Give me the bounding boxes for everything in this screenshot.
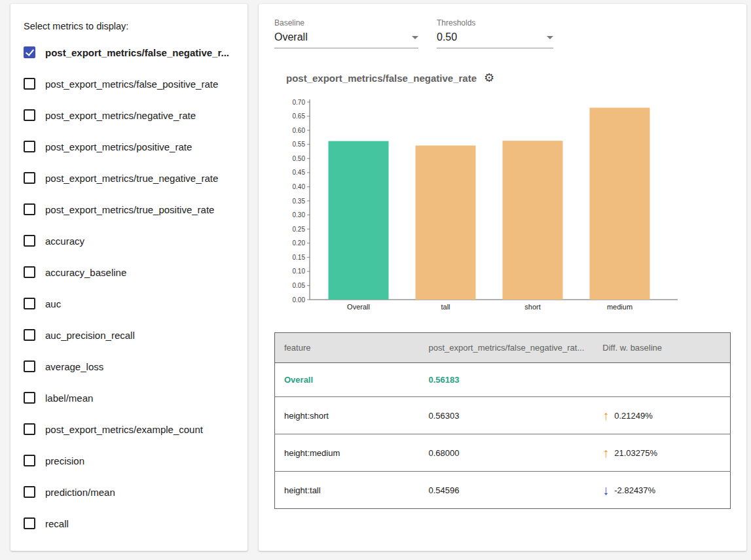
svg-text:0.70: 0.70 (293, 99, 306, 106)
thresholds-value: 0.50 (437, 31, 457, 43)
diff-value: 21.03275% (614, 448, 657, 458)
baseline-field: Baseline Overall (274, 18, 418, 48)
checkbox-icon[interactable] (24, 392, 35, 404)
checkbox-icon[interactable] (24, 109, 35, 121)
checkbox-icon[interactable] (24, 203, 35, 215)
svg-text:0.05: 0.05 (293, 282, 306, 289)
svg-text:0.65: 0.65 (293, 113, 306, 120)
metric-item-13[interactable]: precision (22, 445, 236, 476)
checkbox-icon[interactable] (24, 455, 35, 466)
up-arrow-icon: ↑ (602, 446, 609, 459)
metric-item-11[interactable]: label/mean (22, 382, 236, 413)
chart-wrap: 0.000.050.100.150.200.250.300.350.400.45… (278, 93, 731, 327)
checkbox-checked-icon[interactable] (24, 46, 35, 58)
bar-medium (590, 108, 650, 300)
metric-item-8[interactable]: auc (22, 288, 236, 319)
metric-item-10[interactable]: average_loss (22, 351, 236, 382)
metric-label: post_export_metrics/false_negative_r... (45, 47, 229, 58)
diff-cell: ↑0.21249% (593, 397, 730, 434)
metric-label: accuracy (45, 236, 84, 247)
checkbox-icon[interactable] (24, 423, 35, 435)
metric-item-0[interactable]: post_export_metrics/false_negative_r... (22, 37, 236, 68)
metric-label: post_export_metrics/negative_rate (45, 110, 196, 121)
svg-text:0.25: 0.25 (293, 226, 306, 233)
svg-text:0.60: 0.60 (293, 127, 306, 134)
value-cell: 0.68000 (420, 434, 594, 472)
chevron-down-icon (412, 36, 418, 39)
bar-overall (329, 141, 389, 300)
diff-value: -2.82437% (614, 485, 655, 495)
svg-text:0.50: 0.50 (293, 155, 306, 162)
bar-short (503, 141, 563, 300)
diff-cell: ↑21.03275% (593, 434, 730, 472)
metric-item-15[interactable]: recall (22, 508, 236, 539)
metric-item-12[interactable]: post_export_metrics/example_count (22, 413, 236, 445)
table-row: height:short0.56303↑0.21249% (275, 397, 731, 434)
x-tick-label: medium (607, 303, 632, 311)
metric-label: label/mean (45, 393, 93, 404)
x-tick-label: short (524, 303, 540, 311)
svg-text:0.10: 0.10 (293, 268, 306, 275)
metric-label: accuracy_baseline (45, 267, 126, 278)
chart-header: post_export_metrics/false_negative_rate … (286, 72, 731, 84)
metrics-list: post_export_metrics/false_negative_r...p… (22, 37, 236, 539)
baseline-label: Baseline (274, 18, 418, 27)
checkbox-icon[interactable] (24, 486, 35, 498)
diff-value: 0.21249% (614, 411, 653, 421)
controls-row: Baseline Overall Thresholds 0.50 (274, 18, 731, 48)
metric-item-4[interactable]: post_export_metrics/true_negative_rate (22, 162, 236, 194)
checkbox-icon[interactable] (24, 235, 35, 247)
table-header-row: featurepost_export_metrics/false_negativ… (275, 333, 731, 363)
bar-tall (416, 145, 476, 300)
checkbox-icon[interactable] (24, 517, 35, 529)
checkbox-icon[interactable] (24, 329, 35, 341)
checkbox-icon[interactable] (24, 298, 35, 309)
metric-label: precision (45, 455, 84, 466)
thresholds-field: Thresholds 0.50 (437, 18, 553, 48)
thresholds-select[interactable]: 0.50 (437, 31, 553, 48)
metric-item-5[interactable]: post_export_metrics/true_positive_rate (22, 194, 236, 225)
checkbox-icon[interactable] (24, 360, 35, 372)
x-tick-label: tall (441, 303, 450, 311)
checkbox-icon[interactable] (24, 78, 35, 90)
metric-label: average_loss (45, 361, 103, 372)
metric-item-9[interactable]: auc_precision_recall (22, 319, 236, 351)
checkbox-icon[interactable] (24, 141, 35, 152)
metric-item-1[interactable]: post_export_metrics/false_positive_rate (22, 68, 236, 99)
metric-item-14[interactable]: prediction/mean (22, 476, 236, 508)
chevron-down-icon (547, 36, 553, 39)
up-arrow-icon: ↑ (602, 409, 609, 422)
down-arrow-icon: ↓ (602, 483, 609, 497)
baseline-select[interactable]: Overall (274, 31, 418, 48)
table-header-cell: feature (275, 333, 420, 363)
table-row: height:tall0.54596↓-2.82437% (275, 472, 731, 509)
thresholds-label: Thresholds (437, 18, 553, 27)
feature-cell: height:medium (275, 434, 420, 472)
svg-text:0.20: 0.20 (293, 239, 306, 247)
chart-title: post_export_metrics/false_negative_rate (286, 73, 477, 84)
metric-item-7[interactable]: accuracy_baseline (22, 256, 236, 288)
feature-cell: height:short (275, 397, 420, 434)
diff-cell (593, 363, 730, 397)
checkbox-icon[interactable] (24, 172, 35, 184)
svg-text:0.55: 0.55 (293, 141, 306, 148)
page: Select metrics to display: post_export_m… (0, 0, 751, 560)
metric-label: post_export_metrics/example_count (45, 424, 203, 435)
metric-item-3[interactable]: post_export_metrics/positive_rate (22, 131, 236, 162)
gear-icon[interactable]: ⚙ (484, 72, 494, 84)
metric-label: auc_precision_recall (45, 330, 135, 341)
metrics-panel: Select metrics to display: post_export_m… (10, 4, 247, 551)
metric-item-6[interactable]: accuracy (22, 225, 236, 256)
svg-text:0.45: 0.45 (293, 169, 306, 176)
table-row: height:medium0.68000↑21.03275% (275, 434, 731, 472)
svg-text:0.40: 0.40 (293, 183, 306, 190)
metric-label: post_export_metrics/positive_rate (45, 141, 192, 152)
metric-item-2[interactable]: post_export_metrics/negative_rate (22, 99, 236, 131)
metric-label: post_export_metrics/true_negative_rate (45, 173, 218, 184)
diff-cell: ↓-2.82437% (593, 472, 730, 509)
metric-label: post_export_metrics/true_positive_rate (45, 204, 214, 215)
metric-label: recall (45, 518, 69, 529)
svg-text:0.35: 0.35 (293, 198, 306, 205)
checkbox-icon[interactable] (24, 266, 35, 278)
table-header-cell: Diff. w. baseline (593, 333, 730, 363)
